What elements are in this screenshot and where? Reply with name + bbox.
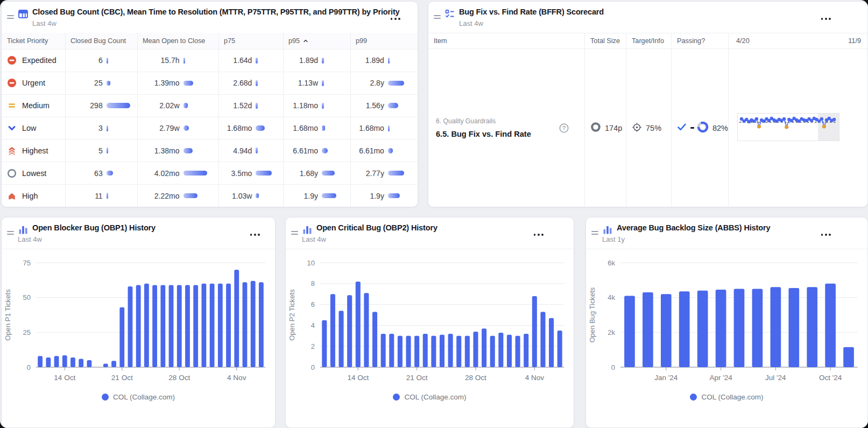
cell-value: 1.03w: [218, 192, 252, 200]
value-cell: 1.56y: [350, 95, 415, 117]
svg-text:75: 75: [23, 259, 31, 267]
sparkline-svg: [737, 113, 839, 141]
cell-bar: [318, 103, 350, 109]
bar: [234, 270, 239, 367]
panel-title: Open Critical Bug (OBP2) History: [316, 223, 437, 232]
spark-point-fail: [757, 124, 761, 128]
bars: [322, 282, 562, 367]
bar-tick: [256, 58, 258, 64]
column-header-p99[interactable]: p99: [350, 33, 415, 49]
bar: [38, 356, 43, 367]
bar: [70, 357, 75, 367]
cell-value: 4.02mo: [137, 169, 180, 178]
more-menu-button[interactable]: [819, 231, 833, 238]
bar: [79, 359, 83, 367]
bar: [473, 332, 478, 367]
cell-value: 63: [65, 169, 103, 178]
cell-value: 6.61mo: [283, 146, 318, 155]
cell-value: 1.56y: [350, 101, 384, 110]
bar: [243, 282, 248, 367]
column-header-p75[interactable]: p75: [218, 33, 283, 49]
bar: [210, 284, 215, 367]
panel-abbs-history: Average Bug Backlog Size (ABBS) History …: [585, 217, 868, 428]
value-cell: 15.7h: [137, 50, 218, 72]
equals-icon: [7, 101, 17, 110]
bar-tick: [107, 125, 109, 131]
svg-text:0: 0: [311, 363, 315, 371]
column-header-item[interactable]: Item: [428, 33, 584, 49]
more-menu-button[interactable]: [532, 231, 546, 238]
cell-bar: [103, 148, 137, 153]
cell-value: 2.22mo: [137, 192, 180, 200]
value-cell: 2.8y: [350, 72, 415, 94]
legend-dot: [102, 394, 109, 401]
no-entry-icon: [7, 78, 17, 88]
more-menu-button[interactable]: [248, 231, 262, 238]
more-menu-button[interactable]: [389, 16, 403, 22]
svg-text:Oct '24: Oct '24: [819, 374, 842, 382]
bar: [843, 347, 854, 367]
priority-cell: Medium: [2, 95, 65, 117]
column-header-dates: 4/20 11/9: [729, 33, 867, 49]
spark-point-pass: [755, 117, 758, 120]
column-header-label: Mean Open to Close: [143, 37, 205, 45]
checkmark-icon: [677, 122, 687, 134]
bar-tick: [107, 58, 109, 64]
bar-pill: [388, 171, 404, 176]
bar: [339, 311, 344, 367]
bar: [532, 296, 537, 367]
drag-handle-icon[interactable]: [7, 231, 14, 235]
progress-donut-icon: [697, 121, 709, 135]
column-header-label: p75: [224, 37, 235, 45]
bar: [372, 312, 377, 367]
cell-value: 2.8y: [350, 79, 384, 87]
column-header-passing[interactable]: Passing?: [672, 33, 728, 49]
cell-bar: [180, 103, 218, 108]
target-value: 75%: [646, 124, 661, 132]
panel-title: Bug Fix vs. Find Rate (BFFR) Scorecard: [459, 8, 604, 16]
table-header-row: Ticket PriorityClosed Bug CountMean Open…: [2, 33, 418, 50]
value-cell: 1.38mo: [137, 139, 218, 162]
cell-value: 6: [65, 56, 103, 65]
help-icon[interactable]: ?: [559, 123, 569, 136]
bar-tick: [256, 80, 258, 86]
column-header-ticket-priority[interactable]: Ticket Priority: [2, 33, 65, 49]
priority-cell: Highest: [2, 139, 65, 162]
column-header-p95[interactable]: p95: [283, 33, 350, 49]
value-cell: 2.68d: [218, 72, 283, 94]
drag-handle-icon[interactable]: [434, 15, 441, 19]
value-cell: 25: [65, 72, 137, 94]
bar-pill: [184, 193, 197, 199]
column-header-mean-open-to-close[interactable]: Mean Open to Close: [137, 33, 218, 49]
bar: [160, 285, 165, 367]
svg-text:25: 25: [23, 328, 31, 336]
cell-value: 1.89d: [283, 56, 318, 65]
svg-text:Jul '24: Jul '24: [765, 374, 786, 382]
panel-cbc-mttr-table: Closed Bug Count (CBC), Mean Time to Res…: [1, 1, 418, 207]
table-icon: [18, 9, 29, 19]
table-row: Lowest634.02mo3.5mo1.68y2.77y: [2, 162, 418, 185]
svg-text:0: 0: [27, 363, 31, 371]
x-axis: 14 Oct21 Oct28 Oct4 Nov: [54, 367, 246, 382]
drag-handle-icon[interactable]: [7, 15, 14, 19]
cell-value: 2.68d: [218, 79, 252, 87]
column-divider: [283, 33, 284, 207]
svg-text:2: 2: [311, 342, 315, 350]
column-header-total-size[interactable]: Total Size: [585, 33, 626, 49]
bar: [516, 336, 520, 367]
chart-obp2: 024681014 Oct21 Oct28 Oct4 NovOpen P2 Ti…: [286, 250, 573, 388]
column-header-closed-bug-count[interactable]: Closed Bug Count: [65, 33, 137, 49]
bars: [38, 270, 264, 367]
cell-value: 2.79w: [137, 124, 180, 132]
bar: [507, 335, 512, 367]
drag-handle-icon[interactable]: [291, 231, 298, 235]
column-header-target-info[interactable]: Target/Info: [626, 33, 671, 49]
value-cell: 2.79w: [137, 117, 218, 139]
cell-bar: [103, 58, 137, 64]
bar-pill: [322, 171, 335, 176]
drag-handle-icon[interactable]: [591, 231, 598, 235]
bar-pill: [107, 171, 113, 176]
table-row: Medium2982.02w1.52d1.18mo1.56y: [2, 95, 418, 117]
priority-label: Medium: [22, 101, 50, 110]
more-menu-button[interactable]: [819, 16, 833, 22]
